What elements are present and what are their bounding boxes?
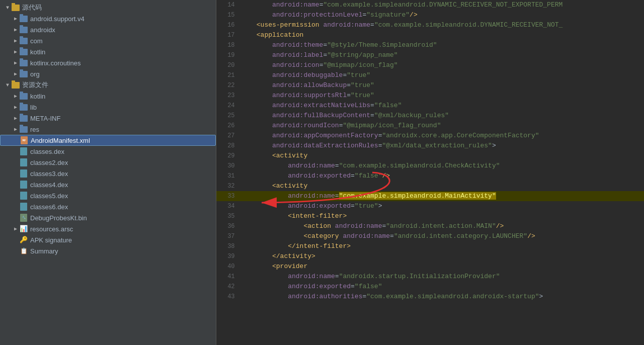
sidebar-item-resources-arsc[interactable]: ▶ 📊 resources.arsc	[0, 223, 216, 234]
code-line-42: 42 android:exported="false"	[216, 282, 644, 292]
line-number: 28	[216, 141, 241, 151]
line-content: android:debuggable="true"	[241, 70, 644, 80]
code-line-36: 36 <action android:name="android.intent.…	[216, 221, 644, 231]
sidebar-item-classes4[interactable]: classes4.dex	[0, 179, 216, 190]
code-line-29: 29 <activity	[216, 151, 644, 161]
code-line-32: 32 <activity	[216, 181, 644, 191]
chevron-right-icon: ▶	[12, 26, 19, 33]
line-number: 18	[216, 40, 241, 50]
chevron-down-icon: ▼	[4, 81, 11, 89]
code-line-37: 37 <category android:name="android.inten…	[216, 231, 644, 241]
dex-file-icon	[19, 158, 28, 166]
line-number: 37	[216, 231, 241, 241]
code-line-20: 20 android:icon="@mipmap/icon_flag"	[216, 60, 644, 70]
line-content: android:exported="false"	[241, 282, 644, 292]
code-line-16: 16 <uses-permission android:name="com.ex…	[216, 20, 644, 30]
code-line-25: 25 android:fullBackupContent="@xml/backu…	[216, 111, 644, 121]
line-content: android:fullBackupContent="@xml/backup_r…	[241, 111, 644, 121]
bin-file-icon: 🔧	[19, 214, 28, 222]
chevron-right-icon: ▶	[12, 70, 19, 77]
sidebar-item-summary[interactable]: 📋 Summary	[0, 245, 216, 256]
line-content: </intent-filter>	[241, 241, 644, 251]
line-number: 39	[216, 251, 241, 262]
chevron-right-icon: ▶	[12, 93, 19, 100]
line-number: 42	[216, 282, 241, 292]
folder-blue-icon	[19, 103, 28, 111]
sidebar: ▼ 源代码 ▶ android.support.v4 ▶ androidx ▶ …	[0, 0, 216, 345]
line-content: android:appComponentFactory="androidx.co…	[241, 131, 644, 141]
sidebar-item-androidx[interactable]: ▶ androidx	[0, 24, 216, 35]
line-content: <action android:name="android.intent.act…	[241, 221, 644, 231]
line-content: android:extractNativeLibs="false"	[241, 101, 644, 111]
line-content: android:icon="@mipmap/icon_flag"	[241, 60, 644, 70]
sidebar-item-com[interactable]: ▶ com	[0, 35, 216, 46]
sidebar-item-android-support[interactable]: ▶ android.support.v4	[0, 13, 216, 24]
sidebar-item-classes1[interactable]: classes.dex	[0, 146, 216, 157]
code-line-40: 40 <provider	[216, 262, 644, 272]
sidebar-item-classes5[interactable]: classes5.dex	[0, 190, 216, 201]
code-line-34: 34 android:exported="true">	[216, 201, 644, 211]
line-number: 36	[216, 221, 241, 231]
folder-blue-icon	[19, 15, 28, 23]
sidebar-item-classes2[interactable]: classes2.dex	[0, 157, 216, 168]
line-content: <provider	[241, 262, 644, 272]
line-number: 32	[216, 181, 241, 191]
chevron-right-icon: ▶	[12, 115, 19, 122]
dex-file-icon	[19, 203, 28, 211]
line-content: android:name="com.example.simpleandroid.…	[241, 161, 644, 171]
line-content: android:protectionLevel="signature"/>	[241, 10, 644, 20]
code-line-21: 21 android:debuggable="true"	[216, 70, 644, 80]
line-number: 16	[216, 20, 241, 30]
line-content: android:authorities="com.example.simplea…	[241, 292, 644, 302]
line-number: 17	[216, 30, 241, 40]
xml-file-icon: MF	[20, 136, 29, 144]
dex-file-icon	[19, 181, 28, 189]
folder-icon	[11, 4, 20, 12]
line-number: 22	[216, 80, 241, 91]
code-line-31: 31 android:exported="false"/>	[216, 171, 644, 181]
code-line-43: 43 android:authorities="com.example.simp…	[216, 292, 644, 302]
code-line-15: 15 android:protectionLevel="signature"/>	[216, 10, 644, 20]
line-content: <activity	[241, 181, 644, 191]
sidebar-item-classes6[interactable]: classes6.dex	[0, 201, 216, 212]
dex-file-icon	[19, 147, 28, 155]
chevron-right-icon: ▶	[12, 48, 19, 55]
sidebar-item-org[interactable]: ▶ org	[0, 68, 216, 79]
line-number: 15	[216, 10, 241, 20]
line-content: android:dataExtractionRules="@xml/data_e…	[241, 141, 644, 151]
sidebar-item-kotlin2[interactable]: ▶ kotlin	[0, 91, 216, 102]
sidebar-item-android-manifest[interactable]: MF AndroidManifest.xml	[0, 135, 216, 146]
line-content: android:name="com.example.simpleandroid.…	[241, 191, 644, 201]
sidebar-item-kotlinx[interactable]: ▶ kotlinx.coroutines	[0, 57, 216, 68]
sidebar-item-debug-probes[interactable]: 🔧 DebugProbesKt.bin	[0, 212, 216, 223]
sidebar-item-resources-root[interactable]: ▼ 资源文件	[0, 79, 216, 91]
line-number: 41	[216, 272, 241, 282]
line-number: 38	[216, 241, 241, 251]
sidebar-item-lib[interactable]: ▶ lib	[0, 102, 216, 113]
line-content: android:name="com.example.simpleandroid.…	[241, 0, 644, 10]
line-content: <category android:name="android.intent.c…	[241, 231, 644, 241]
line-content: android:roundIcon="@mipmap/icon_flag_rou…	[241, 121, 644, 131]
sidebar-item-meta-inf[interactable]: ▶ META-INF	[0, 113, 216, 124]
sidebar-item-kotlin[interactable]: ▶ kotlin	[0, 46, 216, 57]
sidebar-item-classes3[interactable]: classes3.dex	[0, 168, 216, 179]
line-content: android:label="@string/app_name"	[241, 50, 644, 60]
line-content: android:supportsRtl="true"	[241, 91, 644, 101]
summary-icon: 📋	[19, 247, 28, 255]
line-number: 26	[216, 121, 241, 131]
sidebar-item-apk-signature[interactable]: 🔑 APK signature	[0, 234, 216, 245]
folder-blue-icon	[19, 125, 28, 133]
code-editor[interactable]: 14 android:name="com.example.simpleandro…	[216, 0, 644, 345]
line-number: 30	[216, 161, 241, 171]
sidebar-item-res[interactable]: ▶ res	[0, 124, 216, 135]
line-number: 23	[216, 91, 241, 101]
code-line-33: 33 android:name="com.example.simpleandro…	[216, 191, 644, 201]
line-content: android:name="androidx.startup.Initializ…	[241, 272, 644, 282]
code-line-14: 14 android:name="com.example.simpleandro…	[216, 0, 644, 10]
line-number: 31	[216, 171, 241, 181]
line-number: 25	[216, 111, 241, 121]
apk-signature-icon: 🔑	[19, 236, 28, 244]
sidebar-item-source-root[interactable]: ▼ 源代码	[0, 2, 216, 13]
code-line-19: 19 android:label="@string/app_name"	[216, 50, 644, 60]
code-line-39: 39 </activity>	[216, 251, 644, 262]
